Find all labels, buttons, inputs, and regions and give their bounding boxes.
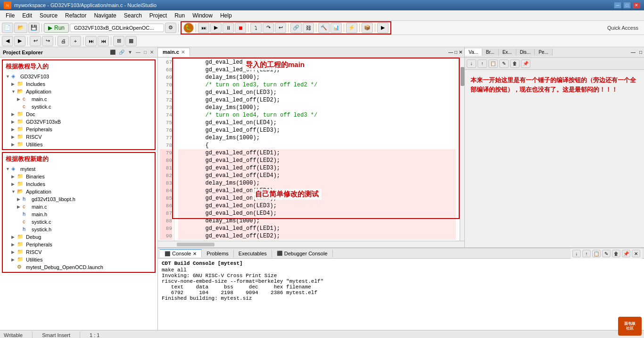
right-toolbar-btn1[interactable]: ↓ xyxy=(467,59,476,68)
console-btn2[interactable]: ↑ xyxy=(582,250,591,257)
new-button[interactable]: 📄 xyxy=(2,23,13,33)
memory-btn[interactable]: 📊 xyxy=(330,23,342,33)
right-toolbar-btn6[interactable]: 📌 xyxy=(521,59,530,68)
code-content[interactable]: gd_eval_led_on(LED2); gd_eval_led_off(LE… xyxy=(174,58,460,241)
layout-btn[interactable]: ▦ xyxy=(125,36,137,46)
sdk-btn[interactable]: 📦 xyxy=(362,23,373,33)
prev-btn[interactable]: ⏮ xyxy=(98,36,109,46)
undo-btn[interactable]: ↩ xyxy=(30,36,41,46)
horizontal-scrollbar[interactable] xyxy=(158,241,464,247)
tree-item-systickc2[interactable]: c systick.c xyxy=(4,218,154,226)
tree-item-mainc1[interactable]: ▶ c main.c xyxy=(4,95,154,103)
menu-edit[interactable]: Edit xyxy=(18,11,36,20)
tree-item-mainh[interactable]: h main.h xyxy=(4,211,154,218)
tree-item-includes2[interactable]: ▶ 📁 Includes xyxy=(4,180,154,188)
tree-item-systickc1[interactable]: c systick.c xyxy=(4,103,154,110)
connect-btn[interactable]: 🔗 xyxy=(290,23,302,33)
tree-item-utilities1[interactable]: ▶ 📁 Utilities xyxy=(4,141,154,148)
resume-btn[interactable]: ▶ xyxy=(210,23,222,33)
tree-item-riscv1[interactable]: ▶ 📁 RISCV xyxy=(4,133,154,141)
back-btn[interactable]: ◀ xyxy=(2,36,13,46)
tab-variables[interactable]: Va... xyxy=(465,49,482,56)
tree-item-debug[interactable]: ▶ 📁 Debug xyxy=(4,233,154,241)
console-tab-close[interactable]: ✕ xyxy=(193,251,197,256)
scrollbar-thumb[interactable] xyxy=(461,67,464,86)
tab-mainc[interactable]: main.c ✕ xyxy=(158,48,190,57)
menu-refactor[interactable]: Refactor xyxy=(61,11,90,20)
right-toolbar-btn4[interactable]: ✎ xyxy=(499,59,509,68)
menu-window[interactable]: Window xyxy=(189,11,216,20)
stop-btn[interactable]: ⏹ xyxy=(235,23,246,33)
maximize-panel-icon[interactable]: □ xyxy=(143,49,148,55)
link-editor-icon[interactable]: 🔗 xyxy=(118,49,125,55)
tree-item-peripherals2[interactable]: ▶ 📁 Peripherals xyxy=(4,241,154,248)
print-btn[interactable]: 🖨 xyxy=(58,36,69,46)
right-toolbar-btn3[interactable]: 📋 xyxy=(488,59,498,68)
console-btn4[interactable]: ✎ xyxy=(602,250,611,257)
tab-mainc-close[interactable]: ✕ xyxy=(181,50,185,55)
editor-close-icon[interactable]: ✕ xyxy=(459,50,462,55)
right-toolbar-btn2[interactable]: ↑ xyxy=(478,59,487,68)
right-panel-maximize[interactable]: □ xyxy=(637,49,644,56)
split-btn[interactable]: ⊞ xyxy=(113,36,124,46)
tab-executables[interactable]: Executables xyxy=(234,250,272,257)
editor-scrollbar[interactable] xyxy=(460,58,464,241)
save-button[interactable]: 💾 xyxy=(28,23,40,33)
tab-breakpoints[interactable]: Br... xyxy=(482,49,499,56)
tree-item-gd32libopt[interactable]: ▶ h gd32vf103_libopt.h xyxy=(4,195,154,203)
h-scrollbar-thumb[interactable] xyxy=(177,243,215,246)
tab-disassembly[interactable]: Dis... xyxy=(516,49,535,56)
debug-icon-btn[interactable]: 🐛 xyxy=(183,23,194,33)
tree-item-application2[interactable]: ▼ 📂 Application xyxy=(4,188,154,195)
console-btn5[interactable]: 🗑 xyxy=(612,250,620,257)
tab-problems[interactable]: Problems xyxy=(202,250,233,257)
tree-item-launch[interactable]: ⚙ mytest_Debug_OpenOCD.launch xyxy=(4,263,154,271)
build-btn[interactable]: 🔨 xyxy=(318,23,330,33)
menu-search[interactable]: Search xyxy=(120,11,146,20)
more-btn[interactable]: ▶ xyxy=(377,23,388,33)
tree-item-doc[interactable]: ▶ 📁 Doc xyxy=(4,110,154,118)
menu-icon[interactable]: ▼ xyxy=(127,49,133,55)
tree-item-binaries[interactable]: ▶ 📁 Binaries xyxy=(4,173,154,180)
editor-minimize-icon[interactable]: — xyxy=(448,50,453,55)
maximize-button[interactable]: □ xyxy=(623,2,631,8)
tree-item-systickh[interactable]: h systick.h xyxy=(4,226,154,233)
zoom-in-btn[interactable]: + xyxy=(70,36,81,46)
forward-btn[interactable]: ▶ xyxy=(14,36,25,46)
step-into-btn[interactable]: ⤵ xyxy=(250,23,262,33)
run-configuration-dropdown[interactable]: GD32VF103xB_GDLinkOpenOC... xyxy=(70,24,164,32)
open-button[interactable]: 📂 xyxy=(14,23,27,33)
redo-btn[interactable]: ↪ xyxy=(42,36,53,46)
close-panel-icon[interactable]: ✕ xyxy=(149,49,155,55)
menu-run[interactable]: Run xyxy=(171,11,189,20)
tab-expressions[interactable]: Ex... xyxy=(499,49,516,56)
menu-navigate[interactable]: Navigate xyxy=(90,11,120,20)
step-return-btn[interactable]: ↩ xyxy=(275,23,286,33)
tab-peripherals[interactable]: Pe... xyxy=(535,49,553,56)
suspend-btn[interactable]: ⏸ xyxy=(223,23,234,33)
tree-item-gd32vf103xb[interactable]: ▶ 📁 GD32VF103xB xyxy=(4,118,154,126)
disconnect-btn[interactable]: ⛓ xyxy=(303,23,314,33)
console-btn7[interactable]: ✕ xyxy=(632,250,640,257)
skip-btn[interactable]: ⏭ xyxy=(198,23,209,33)
tree-item-peripherals1[interactable]: ▶ 📁 Peripherals xyxy=(4,126,154,133)
console-btn1[interactable]: ↓ xyxy=(572,250,581,257)
step-over-btn[interactable]: ↷ xyxy=(263,23,274,33)
close-button[interactable]: ✕ xyxy=(633,2,640,8)
run-config-settings[interactable]: ⚙ xyxy=(165,23,176,33)
tree-item-application1[interactable]: ▼ 📂 Application xyxy=(4,88,154,95)
tree-item-utilities2[interactable]: ▶ 📁 Utilities xyxy=(4,256,154,263)
tab-debugger-console[interactable]: ⬛ Debugger Console xyxy=(272,250,333,257)
tree-item-mainc2[interactable]: ▶ c main.c xyxy=(4,203,154,211)
console-btn6[interactable]: 📌 xyxy=(622,250,630,257)
menu-project[interactable]: Project xyxy=(146,11,171,20)
right-toolbar-btn5[interactable]: 🗑 xyxy=(510,59,520,68)
tree-item-gd32vf103[interactable]: ▼ ◈ GD32VF103 xyxy=(4,73,154,80)
tree-item-includes1[interactable]: ▶ 📁 Includes xyxy=(4,80,154,88)
openocd-btn[interactable]: ⚡ xyxy=(346,23,357,33)
tree-item-mytest[interactable]: ▼ ◈ mytest xyxy=(4,165,154,173)
tree-item-riscv2[interactable]: ▶ 📁 RISCV xyxy=(4,248,154,256)
tab-console[interactable]: ⬛ Console ✕ xyxy=(160,249,202,257)
minimize-button[interactable]: ─ xyxy=(614,2,621,8)
run-button[interactable]: ▶ Run xyxy=(44,23,69,33)
